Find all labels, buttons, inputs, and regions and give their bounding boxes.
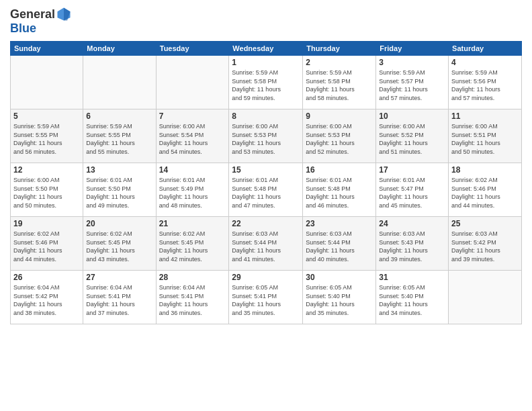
calendar-week-1: 1Sunrise: 5:59 AMSunset: 5:58 PMDaylight… (11, 56, 522, 109)
day-info: Sunrise: 6:01 AMSunset: 5:48 PMDaylight:… (306, 176, 373, 210)
calendar-cell: 1Sunrise: 5:59 AMSunset: 5:58 PMDaylight… (229, 56, 303, 109)
day-number: 22 (232, 219, 300, 228)
header: General Blue (10, 7, 522, 36)
calendar-cell: 16Sunrise: 6:01 AMSunset: 5:48 PMDayligh… (303, 163, 376, 217)
day-info: Sunrise: 6:05 AMSunset: 5:40 PMDaylight:… (379, 283, 445, 317)
day-number: 1 (232, 58, 300, 67)
calendar-cell: 7Sunrise: 6:00 AMSunset: 5:54 PMDaylight… (156, 109, 229, 163)
day-info: Sunrise: 6:02 AMSunset: 5:46 PMDaylight:… (13, 230, 80, 263)
day-info: Sunrise: 6:01 AMSunset: 5:48 PMDaylight:… (232, 176, 300, 210)
weekday-header-tuesday: Tuesday (156, 42, 229, 56)
calendar-cell: 25Sunrise: 6:03 AMSunset: 5:42 PMDayligh… (449, 217, 522, 271)
day-number: 10 (379, 111, 445, 121)
day-number: 27 (86, 273, 152, 282)
day-number: 13 (86, 165, 152, 175)
calendar-cell: 20Sunrise: 6:02 AMSunset: 5:45 PMDayligh… (83, 217, 156, 271)
calendar-cell: 11Sunrise: 6:00 AMSunset: 5:51 PMDayligh… (449, 109, 522, 163)
day-number: 30 (306, 273, 373, 282)
calendar-cell: 30Sunrise: 6:05 AMSunset: 5:40 PMDayligh… (303, 271, 376, 324)
day-info: Sunrise: 6:00 AMSunset: 5:53 PMDaylight:… (306, 122, 373, 156)
calendar-cell: 13Sunrise: 6:01 AMSunset: 5:50 PMDayligh… (83, 163, 156, 217)
day-info: Sunrise: 6:05 AMSunset: 5:40 PMDaylight:… (306, 283, 373, 317)
day-info: Sunrise: 5:59 AMSunset: 5:58 PMDaylight:… (306, 68, 373, 102)
day-info: Sunrise: 6:03 AMSunset: 5:44 PMDaylight:… (306, 230, 373, 263)
day-info: Sunrise: 5:59 AMSunset: 5:58 PMDaylight:… (232, 68, 300, 102)
calendar-cell: 15Sunrise: 6:01 AMSunset: 5:48 PMDayligh… (229, 163, 303, 217)
calendar-cell: 31Sunrise: 6:05 AMSunset: 5:40 PMDayligh… (376, 271, 449, 324)
weekday-header-row: SundayMondayTuesdayWednesdayThursdayFrid… (11, 42, 522, 56)
logo-blue-text: Blue (10, 21, 71, 36)
day-info: Sunrise: 6:00 AMSunset: 5:52 PMDaylight:… (379, 122, 445, 156)
calendar-cell: 24Sunrise: 6:03 AMSunset: 5:43 PMDayligh… (376, 217, 449, 271)
day-info: Sunrise: 6:00 AMSunset: 5:53 PMDaylight:… (232, 122, 300, 156)
day-number: 31 (379, 273, 445, 282)
logo-icon (56, 7, 71, 21)
calendar-cell: 9Sunrise: 6:00 AMSunset: 5:53 PMDaylight… (303, 109, 376, 163)
calendar-cell: 5Sunrise: 5:59 AMSunset: 5:55 PMDaylight… (11, 109, 83, 163)
calendar-cell: 28Sunrise: 6:04 AMSunset: 5:41 PMDayligh… (156, 271, 229, 324)
day-info: Sunrise: 6:00 AMSunset: 5:54 PMDaylight:… (159, 122, 226, 156)
day-number: 26 (13, 273, 80, 282)
calendar-cell: 8Sunrise: 6:00 AMSunset: 5:53 PMDaylight… (229, 109, 303, 163)
day-number: 5 (13, 111, 80, 121)
calendar-cell: 27Sunrise: 6:04 AMSunset: 5:41 PMDayligh… (83, 271, 156, 324)
day-info: Sunrise: 6:00 AMSunset: 5:51 PMDaylight:… (451, 122, 519, 156)
logo[interactable]: General Blue (10, 7, 71, 36)
day-number: 16 (306, 165, 373, 175)
calendar-cell: 18Sunrise: 6:02 AMSunset: 5:46 PMDayligh… (449, 163, 522, 217)
calendar-cell: 14Sunrise: 6:01 AMSunset: 5:49 PMDayligh… (156, 163, 229, 217)
day-number: 4 (451, 58, 519, 67)
weekday-header-monday: Monday (83, 42, 156, 56)
day-number: 9 (306, 111, 373, 121)
calendar-cell: 10Sunrise: 6:00 AMSunset: 5:52 PMDayligh… (376, 109, 449, 163)
day-number: 25 (451, 219, 519, 228)
day-number: 18 (451, 165, 519, 175)
day-number: 11 (451, 111, 519, 121)
calendar-cell (449, 271, 522, 324)
day-info: Sunrise: 5:59 AMSunset: 5:55 PMDaylight:… (13, 122, 80, 156)
calendar-cell: 6Sunrise: 5:59 AMSunset: 5:55 PMDaylight… (83, 109, 156, 163)
day-info: Sunrise: 5:59 AMSunset: 5:56 PMDaylight:… (451, 68, 519, 102)
day-number: 17 (379, 165, 445, 175)
day-info: Sunrise: 6:03 AMSunset: 5:44 PMDaylight:… (232, 230, 300, 263)
day-number: 8 (232, 111, 300, 121)
day-number: 24 (379, 219, 445, 228)
day-info: Sunrise: 6:04 AMSunset: 5:41 PMDaylight:… (86, 283, 152, 317)
svg-marker-1 (64, 7, 71, 20)
calendar-week-2: 5Sunrise: 5:59 AMSunset: 5:55 PMDaylight… (11, 109, 522, 163)
day-number: 14 (159, 165, 226, 175)
calendar-cell: 21Sunrise: 6:02 AMSunset: 5:45 PMDayligh… (156, 217, 229, 271)
calendar-cell (156, 56, 229, 109)
calendar-cell: 29Sunrise: 6:05 AMSunset: 5:41 PMDayligh… (229, 271, 303, 324)
calendar-table: SundayMondayTuesdayWednesdayThursdayFrid… (10, 41, 522, 324)
calendar-cell: 12Sunrise: 6:00 AMSunset: 5:50 PMDayligh… (11, 163, 83, 217)
calendar-cell: 22Sunrise: 6:03 AMSunset: 5:44 PMDayligh… (229, 217, 303, 271)
day-number: 21 (159, 219, 226, 228)
weekday-header-friday: Friday (376, 42, 449, 56)
day-info: Sunrise: 6:00 AMSunset: 5:50 PMDaylight:… (13, 176, 80, 210)
day-number: 12 (13, 165, 80, 175)
calendar-cell: 23Sunrise: 6:03 AMSunset: 5:44 PMDayligh… (303, 217, 376, 271)
calendar-cell: 19Sunrise: 6:02 AMSunset: 5:46 PMDayligh… (11, 217, 83, 271)
weekday-header-saturday: Saturday (449, 42, 522, 56)
calendar-cell: 2Sunrise: 5:59 AMSunset: 5:58 PMDaylight… (303, 56, 376, 109)
day-info: Sunrise: 6:01 AMSunset: 5:47 PMDaylight:… (379, 176, 445, 210)
day-info: Sunrise: 6:04 AMSunset: 5:41 PMDaylight:… (159, 283, 226, 317)
day-info: Sunrise: 6:01 AMSunset: 5:49 PMDaylight:… (159, 176, 226, 210)
calendar-cell: 26Sunrise: 6:04 AMSunset: 5:42 PMDayligh… (11, 271, 83, 324)
weekday-header-sunday: Sunday (11, 42, 83, 56)
day-number: 19 (13, 219, 80, 228)
page: General Blue SundayMondayTuesdayWednesda… (0, 0, 532, 411)
day-number: 20 (86, 219, 152, 228)
day-info: Sunrise: 6:02 AMSunset: 5:45 PMDaylight:… (159, 230, 226, 263)
day-info: Sunrise: 6:05 AMSunset: 5:41 PMDaylight:… (232, 283, 300, 317)
calendar-cell: 3Sunrise: 5:59 AMSunset: 5:57 PMDaylight… (376, 56, 449, 109)
logo-general-text: General (10, 7, 55, 21)
day-number: 23 (306, 219, 373, 228)
day-number: 28 (159, 273, 226, 282)
day-info: Sunrise: 6:02 AMSunset: 5:45 PMDaylight:… (86, 230, 152, 263)
day-info: Sunrise: 5:59 AMSunset: 5:55 PMDaylight:… (86, 122, 152, 156)
day-number: 15 (232, 165, 300, 175)
day-number: 2 (306, 58, 373, 67)
calendar-cell (11, 56, 83, 109)
